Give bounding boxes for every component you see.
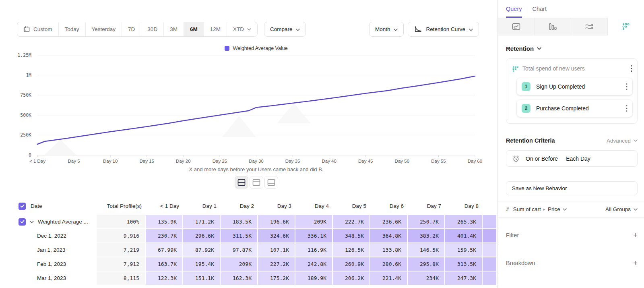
date-range-xtd[interactable]: XTD <box>227 22 257 36</box>
table-header: Total Profile(s) <box>97 197 146 215</box>
retention-value-cell-partial <box>483 229 497 243</box>
measure-row: # Sum of cart ▸ Price All Groups <box>498 201 644 218</box>
retention-value-cell: 133.8K <box>370 243 408 257</box>
retention-value-cell-partial <box>483 271 497 286</box>
retention-value-cell: 236.6K <box>370 215 408 229</box>
retention-value-cell: 67.99K <box>146 243 183 257</box>
retention-condition-card[interactable]: On or Before Each Day <box>506 150 638 167</box>
step-event-label: Sign Up Completed <box>536 83 620 90</box>
date-range-group: CustomTodayYesterday7D30D3M6M12MXTD <box>17 22 258 37</box>
retention-value-cell: 196.6K <box>258 215 295 229</box>
row-expand-chevron-icon[interactable] <box>30 221 34 223</box>
retention-table: DateTotal Profile(s)< 1 DayDay 1Day 2Day… <box>0 197 497 286</box>
date-range-yesterday[interactable]: Yesterday <box>86 22 122 36</box>
add-breakdown-button[interactable]: + <box>633 259 638 267</box>
granularity-button[interactable]: Month <box>369 22 404 37</box>
retention-value-cell: 230.7K <box>146 229 183 243</box>
retention-report-app: CustomTodayYesterday7D30D3M6M12MXTD Comp… <box>0 0 644 288</box>
criteria-mode-dropdown[interactable]: Advanced <box>607 138 638 144</box>
compare-label: Compare <box>270 26 293 32</box>
layout-toggle-group <box>37 176 475 189</box>
table-header-date: Date <box>0 197 97 215</box>
retention-value-cell: 162.3K <box>221 271 258 286</box>
date-range-custom[interactable]: Custom <box>17 22 59 36</box>
measure-property-dropdown[interactable]: Sum of cart ▸ Price <box>513 206 567 212</box>
x-tick-label: Day 25 <box>213 159 227 164</box>
date-range-7d[interactable]: 7D <box>122 22 141 36</box>
breadcrumb-arrow-icon: ▸ <box>543 207 545 211</box>
table-header: Day 2 <box>221 197 258 215</box>
calendar-icon <box>23 26 30 33</box>
kebab-menu-icon[interactable] <box>626 105 627 112</box>
retention-value-cell: 311.5K <box>221 229 258 243</box>
add-filter-button[interactable]: + <box>633 231 638 239</box>
retention-value-cell: 87.92K <box>183 243 221 257</box>
retention-value-cell: 401.4K <box>445 229 483 243</box>
date-range-today[interactable]: Today <box>59 22 86 36</box>
x-tick-label: Day 40 <box>322 159 336 164</box>
retention-value-cell: 189.9K <box>295 271 333 286</box>
layout-table-view-button[interactable] <box>264 176 278 189</box>
retention-value-cell: 227.2K <box>258 257 295 271</box>
chevron-down-icon <box>296 26 300 32</box>
retention-value-cell: 97.87K <box>221 243 258 257</box>
insights-icon[interactable] <box>498 18 535 35</box>
retention-value-cell: 183.5K <box>221 215 258 229</box>
retention-value-cell: 250.7K <box>408 215 445 229</box>
chevron-down-icon <box>469 29 473 31</box>
chevron-down-icon <box>563 208 567 211</box>
retention-value-cell-partial <box>483 257 497 271</box>
retention-value-cell: 206.2K <box>333 271 370 286</box>
retention-section-dropdown[interactable]: Retention <box>506 45 638 52</box>
chart-type-label: Retention Curve <box>426 26 465 32</box>
date-range-12m[interactable]: 12M <box>204 22 227 36</box>
retention-value-cell: 171.2K <box>183 215 221 229</box>
retention-value-cell: 175.2K <box>258 271 295 286</box>
total-profiles-cell: 8,115 <box>97 271 146 286</box>
filter-label: Filter <box>506 232 519 238</box>
retention-value-cell: 222.7K <box>333 215 370 229</box>
total-profiles-cell: 100% <box>97 215 146 229</box>
condition-interval[interactable]: Each Day <box>566 155 590 162</box>
layout-chart-view-button[interactable] <box>250 176 263 189</box>
tab-query[interactable]: Query <box>506 0 522 18</box>
x-axis-caption: X and more days before your Users came b… <box>37 166 475 172</box>
retention-icon[interactable] <box>608 18 644 35</box>
x-tick-label: Day 30 <box>249 159 263 164</box>
retention-value-cell: 295.8K <box>408 257 445 271</box>
flows-icon[interactable] <box>571 18 608 35</box>
criteria-mode-label: Advanced <box>607 138 631 144</box>
chart-type-button[interactable]: Retention Curve <box>408 22 479 37</box>
step-number-badge: 1 <box>522 82 530 91</box>
y-tick-label: 500K <box>8 112 31 118</box>
retention-section-label: Retention <box>506 45 534 52</box>
filter-section: Filter + <box>506 231 638 239</box>
chevron-down-icon <box>469 26 473 32</box>
x-tick-label: Day 20 <box>176 159 190 164</box>
funnels-icon[interactable] <box>535 18 571 35</box>
condition-label[interactable]: On or Before <box>526 155 558 162</box>
date-range-3m[interactable]: 3M <box>164 22 184 36</box>
save-as-new-behavior-button[interactable]: Save as New Behavior <box>506 181 638 195</box>
x-tick-label: Day 10 <box>103 159 118 164</box>
behavior-title: Total spend of new users <box>522 65 627 72</box>
row-checkbox[interactable] <box>19 218 26 226</box>
date-range-30d[interactable]: 30D <box>141 22 164 36</box>
total-profiles-cell: 9,916 <box>97 229 146 243</box>
behavior-step-2[interactable]: 2Purchase Completed <box>517 100 632 117</box>
layout-split-view-button[interactable] <box>235 176 248 189</box>
behavior-step-1[interactable]: 1Sign Up Completed <box>517 78 632 95</box>
table-header: Day 7 <box>408 197 445 215</box>
group-dropdown[interactable]: All Groups <box>605 206 638 212</box>
kebab-menu-icon[interactable] <box>631 65 632 72</box>
tab-chart[interactable]: Chart <box>533 0 547 18</box>
table-header: Day 3 <box>258 197 295 215</box>
table-header: Day 4 <box>295 197 333 215</box>
kebab-menu-icon[interactable] <box>626 83 627 90</box>
granularity-label: Month <box>375 26 390 32</box>
step-event-label: Purchase Completed <box>536 105 620 112</box>
date-range-6m[interactable]: 6M <box>184 22 204 36</box>
compare-button[interactable]: Compare <box>264 22 306 37</box>
row-checkbox[interactable] <box>19 203 26 210</box>
chevron-down-icon <box>537 47 541 50</box>
